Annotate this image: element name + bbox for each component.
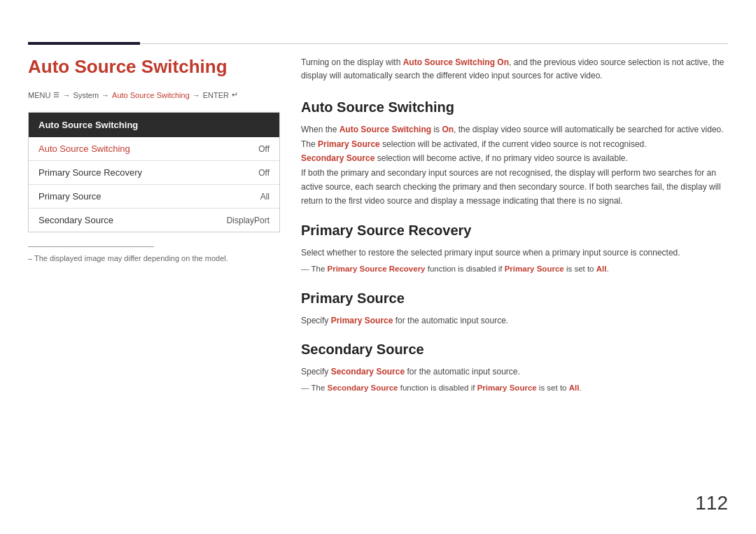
menu-item-primary-source[interactable]: Primary Source All [29,185,279,209]
section-primary-source: Primary Source Specify Primary Source fo… [301,290,728,328]
section-primary-recovery-body: Select whether to restore the selected p… [301,246,728,276]
breadcrumb-system: System [73,91,99,99]
intro-text: Turning on the display with Auto Source … [301,56,728,83]
section-auto-source: Auto Source Switching When the Auto Sour… [301,99,728,208]
section-primary-source-body: Specify Primary Source for the automatic… [301,314,728,328]
auto-source-p4: If both the primary and secondary input … [301,166,728,209]
left-panel: Auto Source Switching MENU ☰ → System → … [28,56,280,262]
secondary-source-p1: Specify Secondary Source for the automat… [301,365,728,379]
section-secondary-source: Secondary Source Specify Secondary Sourc… [301,342,728,395]
top-bar [28,42,728,45]
primary-recovery-p1: Select whether to restore the selected p… [301,246,728,260]
primary-recovery-note: The Primary Source Recovery function is … [301,262,728,276]
menu-item-primary-recovery-value: Off [258,168,270,178]
top-bar-accent [28,42,140,45]
menu-item-primary-source-value: All [260,192,270,202]
section-auto-source-title: Auto Source Switching [301,99,728,115]
section-primary-source-title: Primary Source [301,290,728,307]
page-number: 112 [695,492,728,514]
menu-item-primary-recovery[interactable]: Primary Source Recovery Off [29,161,279,185]
menu-item-auto-source-value: Off [258,144,270,154]
top-bar-line [140,43,728,44]
menu-item-secondary-source-value: DisplayPort [227,216,270,225]
breadcrumb-enter: ENTER [203,91,229,99]
model-note: – The displayed image may differ dependi… [28,254,280,262]
secondary-source-note: The Secondary Source function is disable… [301,381,728,395]
breadcrumb-arrow-3: → [192,91,200,99]
section-primary-recovery: Primary Source Recovery Select whether t… [301,223,728,276]
section-secondary-source-title: Secondary Source [301,342,728,358]
section-secondary-source-body: Specify Secondary Source for the automat… [301,365,728,395]
right-panel: Turning on the display with Auto Source … [301,56,728,409]
menu-box: Auto Source Switching Auto Source Switch… [28,112,280,232]
auto-source-p3: Secondary Source selection will become a… [301,151,728,165]
menu-item-secondary-source-label: Secondary Source [38,215,113,225]
auto-source-p1: When the Auto Source Switching is On, th… [301,122,728,136]
section-primary-recovery-title: Primary Source Recovery [301,223,728,239]
menu-item-auto-source-label: Auto Source Switching [38,143,130,154]
menu-box-header: Auto Source Switching [29,113,279,137]
menu-item-secondary-source[interactable]: Secondary Source DisplayPort [29,209,279,232]
auto-source-p2: The Primary Source selection will be act… [301,137,728,151]
menu-item-auto-source[interactable]: Auto Source Switching Off [29,137,279,161]
intro-highlight-1: Auto Source Switching On [403,57,509,67]
primary-source-p1: Specify Primary Source for the automatic… [301,314,728,328]
breadcrumb: MENU ☰ → System → Auto Source Switching … [28,90,280,99]
breadcrumb-enter-icon: ↵ [232,90,238,99]
breadcrumb-auto-source: Auto Source Switching [112,91,190,99]
breadcrumb-menu-icon: ☰ [53,91,59,99]
breadcrumb-menu: MENU [28,91,50,99]
breadcrumb-arrow-2: → [102,91,109,99]
menu-item-primary-source-label: Primary Source [38,191,102,202]
section-auto-source-body: When the Auto Source Switching is On, th… [301,122,728,208]
menu-item-primary-recovery-label: Primary Source Recovery [38,167,142,178]
divider-line [28,246,154,247]
breadcrumb-arrow-1: → [62,91,70,99]
page-title: Auto Source Switching [28,56,280,78]
intro-text-part1: Turning on the display with [301,57,403,67]
